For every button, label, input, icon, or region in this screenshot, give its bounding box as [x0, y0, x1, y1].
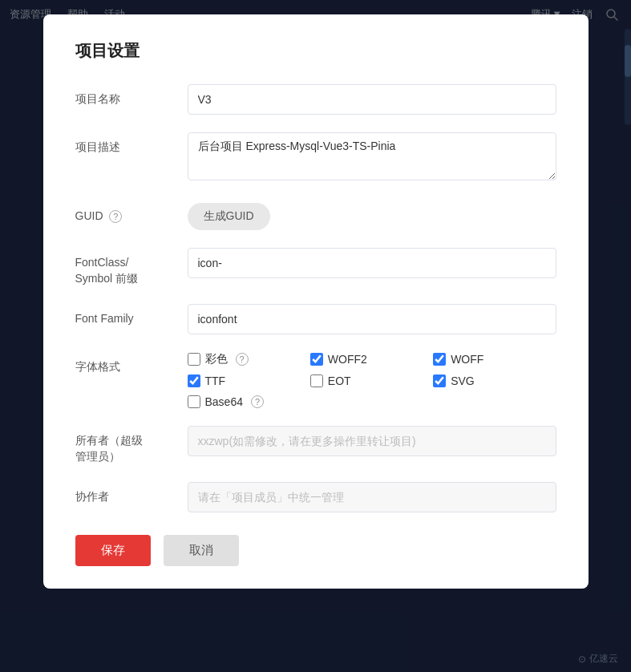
checkbox-item-eot: EOT [310, 374, 433, 387]
dialog-footer: 保存 取消 [75, 535, 556, 566]
project-name-input[interactable] [188, 84, 556, 115]
checkbox-woff2[interactable] [310, 353, 323, 366]
form-row-fontfamily: Font Family [75, 304, 556, 334]
checkbox-ttf[interactable] [188, 374, 200, 387]
modal-overlay: ✕ 项目设置 项目名称 项目描述 后台项目 Express-Mysql-Vue3… [0, 0, 631, 672]
input-project-desc-wrapper: 后台项目 Express-Mysql-Vue3-TS-Pinia [188, 132, 556, 184]
form-row-project-name: 项目名称 [75, 84, 556, 115]
checkbox-item-svg: SVG [433, 374, 556, 387]
cancel-button[interactable]: 取消 [164, 535, 239, 566]
fontfamily-input[interactable] [188, 304, 556, 334]
base64-help-icon[interactable]: ? [251, 395, 264, 408]
form-row-fontclass: FontClass/ Symbol 前缀 [75, 248, 556, 286]
label-base64: Base64 [205, 395, 243, 408]
form-row-collaborator: 协作者 [75, 482, 556, 512]
checkbox-color[interactable] [188, 353, 200, 366]
checkbox-item-ttf: TTF [188, 374, 310, 387]
input-collaborator-wrapper [188, 482, 556, 512]
label-guid: GUID ? [75, 201, 188, 225]
input-fontfamily-wrapper [188, 304, 556, 334]
label-project-name: 项目名称 [75, 84, 188, 107]
label-fontformat: 字体格式 [75, 352, 188, 375]
fontclass-input[interactable] [188, 248, 556, 278]
input-owner-wrapper [188, 426, 556, 456]
collaborator-input[interactable] [188, 482, 556, 512]
checkbox-item-woff: WOFF [433, 352, 556, 366]
dialog-title: 项目设置 [75, 40, 556, 62]
checkbox-item-woff2: WOFF2 [310, 352, 433, 366]
label-eot: EOT [328, 374, 351, 387]
label-ttf: TTF [205, 374, 226, 387]
guid-btn-wrapper: 生成GUID [188, 201, 556, 230]
form-row-project-desc: 项目描述 后台项目 Express-Mysql-Vue3-TS-Pinia [75, 132, 556, 184]
guid-help-icon[interactable]: ? [109, 210, 122, 223]
form-row-fontformat: 字体格式 彩色 ? WOFF2 WOFF [75, 352, 556, 408]
form-row-guid: GUID ? 生成GUID [75, 201, 556, 230]
label-fontfamily: Font Family [75, 304, 188, 327]
checkbox-grid-wrapper: 彩色 ? WOFF2 WOFF TTF [188, 352, 556, 408]
checkbox-woff[interactable] [433, 353, 446, 366]
save-button[interactable]: 保存 [75, 535, 151, 566]
color-help-icon[interactable]: ? [236, 353, 249, 366]
label-svg: SVG [451, 374, 475, 387]
project-desc-input[interactable]: 后台项目 Express-Mysql-Vue3-TS-Pinia [188, 132, 556, 180]
owner-input[interactable] [188, 426, 556, 456]
input-fontclass-wrapper [188, 248, 556, 278]
label-fontclass: FontClass/ Symbol 前缀 [75, 248, 188, 286]
checkbox-base64[interactable] [188, 395, 200, 408]
label-woff2: WOFF2 [328, 353, 367, 366]
checkbox-item-color: 彩色 ? [188, 352, 310, 366]
checkbox-item-base64: Base64 ? [188, 395, 310, 408]
label-project-desc: 项目描述 [75, 132, 188, 156]
dialog: 项目设置 项目名称 项目描述 后台项目 Express-Mysql-Vue3-T… [43, 14, 589, 589]
close-button[interactable]: ✕ [565, 16, 583, 37]
label-woff: WOFF [451, 353, 483, 366]
checkbox-svg[interactable] [433, 374, 446, 387]
form-row-owner: 所有者（超级 管理员） [75, 426, 556, 464]
generate-guid-button[interactable]: 生成GUID [188, 203, 270, 230]
input-project-name-wrapper [188, 84, 556, 115]
label-collaborator: 协作者 [75, 482, 188, 505]
checkbox-grid: 彩色 ? WOFF2 WOFF TTF [188, 352, 556, 408]
label-color: 彩色 [205, 352, 228, 366]
checkbox-eot[interactable] [310, 374, 323, 387]
label-owner: 所有者（超级 管理员） [75, 426, 188, 464]
